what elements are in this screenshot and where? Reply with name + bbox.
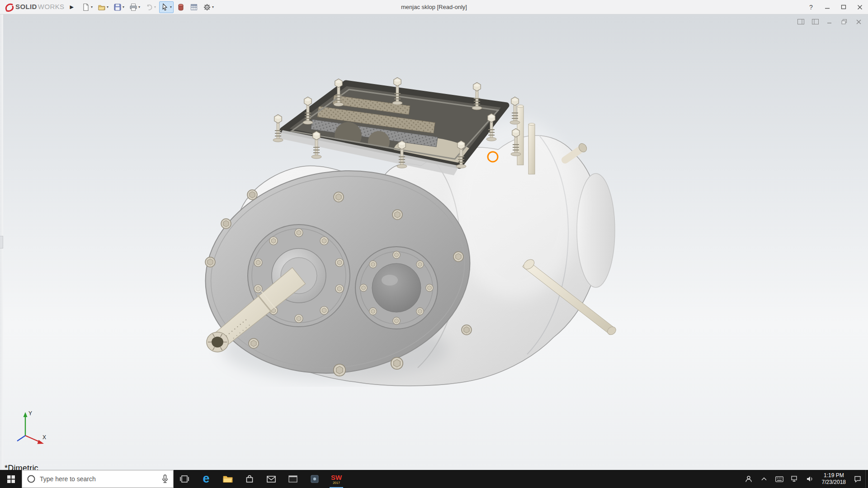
tray-expand-button[interactable] — [756, 470, 772, 488]
solidworks-logo: SOLIDWORKS — [0, 3, 67, 12]
volume-icon — [807, 476, 814, 482]
document-title: menjac sklop [Read-only] — [401, 4, 467, 10]
doc-close-icon — [856, 19, 861, 24]
store-icon — [245, 475, 254, 483]
print-button[interactable]: ▾ — [127, 1, 142, 13]
brand-works: WORKS — [38, 3, 65, 10]
gearbox-model[interactable] — [0, 14, 868, 470]
task-view-button[interactable] — [174, 470, 195, 488]
cortana-icon — [27, 474, 36, 483]
help-button[interactable]: ? — [803, 0, 819, 14]
maximize-icon — [841, 5, 846, 10]
minimize-icon — [825, 5, 830, 10]
solidworks-logo-icon — [5, 3, 14, 12]
network-icon — [791, 476, 798, 482]
appearance-button[interactable] — [175, 1, 187, 13]
search-input[interactable] — [40, 475, 157, 483]
panel-splitter-handle[interactable] — [0, 236, 3, 249]
dark-app-icon — [311, 475, 319, 483]
bearing-cover — [355, 247, 438, 329]
print-icon — [129, 3, 137, 11]
edge-icon: e — [203, 473, 209, 485]
close-button[interactable] — [852, 0, 868, 14]
keyboard-icon — [775, 476, 783, 482]
new-document-button[interactable]: ▾ — [80, 1, 94, 13]
view-orientation-label: *Dimetric — [5, 464, 38, 470]
taskbar-search[interactable] — [22, 470, 174, 488]
design-table-icon — [190, 3, 198, 11]
reference-triad: Y X — [10, 407, 48, 448]
triad-y-label: Y — [28, 410, 32, 417]
doc-close-button[interactable] — [854, 18, 863, 25]
terminal-icon — [288, 475, 297, 483]
task-view-icon — [180, 475, 189, 483]
file-explorer-icon — [223, 475, 233, 483]
clock-date: 7/23/2018 — [822, 479, 846, 486]
options-button[interactable]: ▾ — [201, 1, 216, 13]
pane-left-button[interactable] — [797, 18, 805, 25]
document-window-controls — [797, 18, 863, 25]
minimize-button[interactable] — [819, 0, 835, 14]
taskbar-app-dark[interactable] — [304, 470, 326, 488]
pane-right-button[interactable] — [811, 18, 819, 25]
undo-icon — [145, 3, 153, 11]
clock-time: 1:19 PM — [824, 472, 844, 479]
taskbar-clock[interactable]: 1:19 PM 7/23/2018 — [818, 470, 850, 488]
maximize-button[interactable] — [835, 0, 852, 14]
options-gear-icon — [203, 3, 211, 11]
quick-access-toolbar: ▾ ▾ ▾ — [80, 1, 216, 13]
start-button[interactable] — [0, 470, 22, 488]
doc-minimize-icon — [827, 19, 832, 24]
mail-icon — [267, 476, 276, 483]
windows-logo-icon — [7, 475, 15, 483]
system-tray: 1:19 PM 7/23/2018 — [741, 470, 868, 488]
action-center-icon — [854, 476, 861, 483]
action-center-button[interactable] — [850, 470, 865, 488]
doc-minimize-button[interactable] — [826, 18, 834, 25]
network-button[interactable] — [787, 470, 802, 488]
windows-taskbar: e — [0, 470, 868, 488]
doc-restore-button[interactable] — [840, 18, 848, 25]
menu-expand-arrow-icon[interactable]: ▶ — [70, 4, 74, 10]
microphone-icon[interactable] — [161, 474, 169, 483]
select-tool-button[interactable]: ▾ — [159, 1, 174, 13]
touch-keyboard-button[interactable] — [772, 470, 787, 488]
people-button[interactable] — [741, 470, 756, 488]
taskbar-store[interactable] — [239, 470, 260, 488]
appearance-icon — [177, 3, 185, 11]
triad-x-label: X — [42, 434, 46, 441]
undo-button[interactable]: ▾ — [143, 1, 158, 13]
save-icon — [113, 3, 122, 11]
volume-button[interactable] — [802, 470, 818, 488]
chevron-up-icon — [761, 477, 767, 481]
new-document-icon — [82, 3, 90, 11]
taskbar-terminal-app[interactable] — [282, 470, 304, 488]
open-icon — [98, 3, 106, 11]
graphics-area[interactable]: Y X *Dimetric — [0, 14, 868, 470]
window-controls: ? — [803, 0, 868, 14]
solidworks-window: SOLIDWORKS ▶ ▾ ▾ — [0, 0, 868, 488]
titlebar: SOLIDWORKS ▶ ▾ ▾ — [0, 0, 868, 14]
taskbar-solidworks[interactable]: SW 2017 — [326, 470, 347, 488]
taskbar-mail[interactable] — [260, 470, 282, 488]
design-table-button[interactable] — [188, 1, 200, 13]
close-icon — [857, 5, 863, 10]
doc-restore-icon — [841, 19, 847, 24]
show-desktop-button[interactable] — [865, 470, 868, 488]
brand-solid: SOLID — [15, 3, 37, 10]
people-icon — [745, 475, 752, 483]
save-button[interactable]: ▾ — [112, 1, 126, 13]
taskbar-file-explorer[interactable] — [217, 470, 239, 488]
taskbar-edge[interactable]: e — [195, 470, 217, 488]
open-button[interactable]: ▾ — [96, 1, 110, 13]
select-cursor-icon — [161, 3, 169, 11]
solidworks-2017-icon: SW 2017 — [331, 474, 342, 484]
